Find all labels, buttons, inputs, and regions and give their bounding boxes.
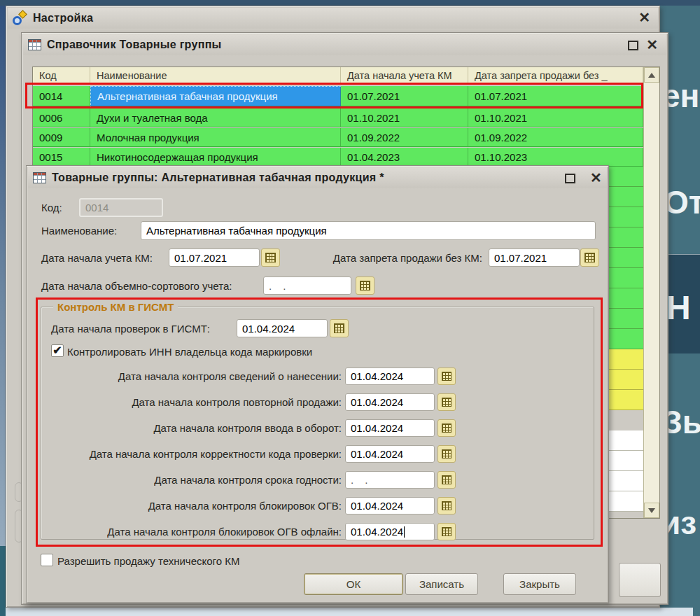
control-row-calendar-button[interactable]: [438, 523, 456, 540]
save-button[interactable]: Записать: [405, 573, 478, 595]
control-row-calendar-button[interactable]: [438, 445, 456, 463]
name-label: Наименование:: [41, 225, 117, 237]
control-row-label: Дата начала контроля повторной продажи:: [51, 396, 342, 408]
dialog-icon: [33, 172, 46, 183]
control-group-title: Контроль КМ в ГИСМТ: [53, 301, 178, 313]
table-cell[interactable]: 01.09.2022: [341, 128, 468, 147]
scroll-down-button[interactable]: [644, 503, 659, 518]
table-cell[interactable]: 0006: [33, 108, 90, 127]
table-cell[interactable]: 01.10.2021: [341, 108, 468, 127]
name-field[interactable]: Альтернативная табачная продукция: [141, 221, 596, 240]
control-row-calendar-button[interactable]: [438, 471, 456, 489]
table-cell[interactable]: 0014: [33, 86, 90, 106]
control-row-field[interactable]: 01.04.2024: [345, 523, 435, 540]
window-frame-left: [0, 6, 6, 546]
close-button[interactable]: Закрыть: [503, 573, 576, 595]
inn-checkbox-label: Контролировать ИНН владельца кода маркир…: [67, 346, 312, 358]
control-row-calendar-button[interactable]: [438, 393, 456, 411]
ban-sale-field[interactable]: 01.07.2021: [489, 248, 580, 267]
start-km-field[interactable]: 01.07.2021: [169, 248, 260, 267]
inn-checkbox-check-icon: ✔: [52, 345, 62, 356]
table-scrollbar[interactable]: [643, 67, 659, 518]
catalog-maximize-icon[interactable]: [628, 41, 638, 50]
scroll-down-icon: [648, 508, 655, 513]
settings-window-title: Настройка: [33, 12, 93, 24]
control-row-field[interactable]: 01.04.2024: [345, 419, 435, 437]
text-cursor: [404, 526, 405, 538]
background-text-fragment: Н: [666, 288, 691, 327]
gismt-start-calendar-button[interactable]: [330, 319, 349, 337]
table-cell[interactable]: 01.04.2023: [341, 148, 468, 167]
table-cell[interactable]: Альтернативная табачная продукция: [90, 86, 341, 106]
control-row-field[interactable]: 01.04.2024: [345, 368, 435, 385]
catalog-close-icon[interactable]: ✕: [646, 38, 658, 51]
control-row-label: Дата начала контроля корректности кода п…: [51, 448, 342, 460]
gismt-start-label: Дата начала проверок в ГИСМТ:: [51, 323, 210, 335]
control-row-field[interactable]: 01.04.2024: [345, 445, 435, 463]
table-cell[interactable]: 01.10.2021: [468, 108, 643, 127]
window-frame-left-lower: [0, 546, 6, 616]
table-cell[interactable]: 01.09.2022: [468, 128, 643, 147]
scroll-up-button[interactable]: [644, 67, 659, 83]
control-row-field[interactable]: 01.04.2024: [345, 497, 435, 514]
code-label: Код:: [41, 202, 62, 214]
ban-sale-calendar-button[interactable]: [580, 248, 599, 267]
start-km-calendar-button[interactable]: [261, 248, 280, 267]
ban-sale-label: Дата запрета продажи без КМ:: [316, 252, 482, 264]
table-cell[interactable]: Молочная продукция: [90, 128, 341, 147]
catalog-window-icon: [28, 39, 41, 50]
edit-dialog: Товарные группы: Альтернативная табачная…: [26, 165, 609, 603]
control-row-label: Дата начала контроля блокировок ОГВ офла…: [51, 526, 342, 538]
volume-sort-field[interactable]: . .: [263, 276, 351, 295]
catalog-titlebar[interactable]: Справочник Товарные группы: [23, 34, 666, 55]
table-cell[interactable]: Духи и туалетная вода: [90, 108, 341, 127]
table-cell[interactable]: Никотиносодержащая продукция: [90, 148, 341, 167]
control-row-field[interactable]: . .: [345, 471, 435, 489]
control-row-field[interactable]: 01.04.2024: [345, 393, 435, 411]
tech-km-label: Разрешить продажу технического КМ: [57, 555, 239, 567]
dialog-close-icon[interactable]: ✕: [590, 172, 602, 184]
bottom-strip: [6, 608, 693, 616]
scroll-up-icon: [648, 73, 655, 78]
dialog-titlebar[interactable]: Товарные группы: Альтернативная табачная…: [28, 167, 607, 188]
catalog-partial-button[interactable]: [619, 563, 661, 597]
settings-window-icon: [13, 11, 27, 25]
tech-km-checkbox[interactable]: [41, 554, 53, 566]
volume-sort-calendar-button[interactable]: [356, 276, 374, 295]
start-km-label: Дата начала учета КМ:: [41, 252, 153, 264]
table-cell[interactable]: 01.10.2023: [468, 148, 643, 167]
control-row-calendar-button[interactable]: [438, 419, 456, 437]
column-header-3[interactable]: Дата запрета продажи без _: [468, 67, 643, 84]
control-row-calendar-button[interactable]: [438, 368, 456, 385]
control-row-calendar-button[interactable]: [438, 497, 456, 514]
column-header-0[interactable]: Код: [33, 67, 90, 84]
control-row-label: Дата начала контроля ввода в оборот:: [51, 422, 342, 434]
gismt-start-field[interactable]: 01.04.2024: [237, 319, 328, 337]
dialog-maximize-icon[interactable]: [565, 174, 575, 183]
dialog-title: Товарные группы: Альтернативная табачная…: [52, 172, 384, 184]
control-row-label: Дата начала контроля блокировок ОГВ:: [51, 500, 342, 512]
column-header-1[interactable]: Наименование: [90, 67, 341, 84]
table-cell[interactable]: 01.07.2021: [341, 86, 468, 106]
window-frame-top: [0, 0, 700, 6]
table-cell[interactable]: 01.07.2021: [468, 86, 643, 106]
catalog-window-title: Справочник Товарные группы: [47, 38, 222, 51]
control-row-label: Дата начала контроля срока годности:: [51, 474, 342, 486]
code-field[interactable]: 0014: [79, 198, 163, 217]
table-cell[interactable]: 0009: [33, 128, 90, 147]
control-row-label: Дата начала контроля сведений о нанесени…: [51, 370, 342, 382]
settings-titlebar[interactable]: Настройка: [8, 8, 658, 29]
column-header-2[interactable]: Дата начала учета КМ: [341, 67, 468, 84]
background-text-fragment: От: [664, 183, 700, 221]
ok-button[interactable]: ОК: [304, 573, 403, 595]
table-cell[interactable]: 0015: [33, 148, 90, 167]
settings-close-icon[interactable]: ✕: [638, 11, 650, 24]
screen: енОтНЗьиз Настройка ✕ Справочник Товарны…: [0, 0, 700, 616]
volume-sort-label: Дата начала объемно-сортового учета:: [41, 280, 232, 292]
inn-checkbox[interactable]: ✔: [51, 344, 64, 357]
